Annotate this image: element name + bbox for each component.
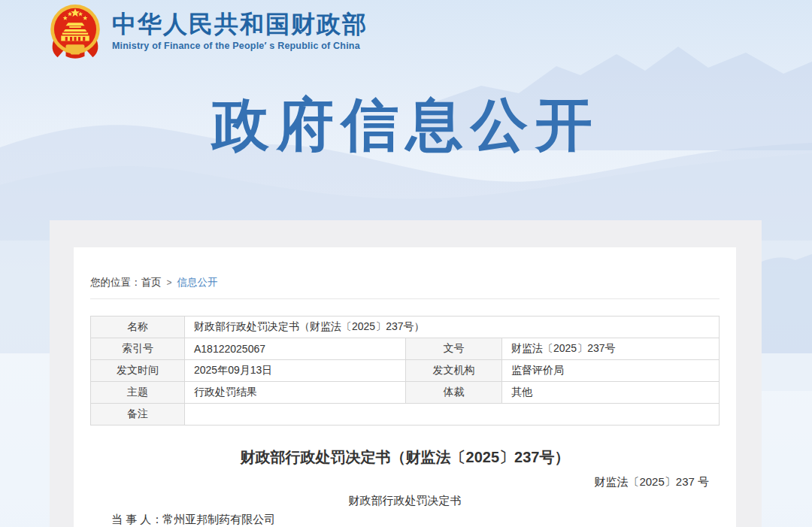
content-card: 您的位置：首页>信息公开 名称 财政部行政处罚决定书（财监法〔2025〕237号… <box>74 247 736 527</box>
meta-label: 发文机构 <box>406 360 502 382</box>
meta-value: 监督评价局 <box>502 360 720 382</box>
meta-value: 行政处罚结果 <box>185 382 406 404</box>
table-row: 名称 财政部行政处罚决定书（财监法〔2025〕237号） <box>91 317 720 338</box>
breadcrumb-current-link[interactable]: 信息公开 <box>177 277 218 288</box>
org-name-block: 中华人民共和国财政部 Ministry of Finance of the Pe… <box>112 11 368 51</box>
meta-value <box>185 404 720 426</box>
table-row: 发文时间 2025年09月13日 发文机构 监督评价局 <box>91 360 720 382</box>
document-subtitle: 财政部行政处罚决定书 <box>90 493 720 508</box>
breadcrumb-separator: > <box>167 277 172 288</box>
meta-label: 主题 <box>91 382 185 404</box>
content-panel: 您的位置：首页>信息公开 名称 财政部行政处罚决定书（财监法〔2025〕237号… <box>50 220 762 527</box>
breadcrumb-home-link[interactable]: 首页 <box>141 277 162 288</box>
document-meta-table: 名称 财政部行政处罚决定书（财监法〔2025〕237号） 索引号 A181220… <box>90 316 720 426</box>
org-name-english: Ministry of Finance of the People′ s Rep… <box>112 41 368 51</box>
org-name-chinese: 中华人民共和国财政部 <box>112 11 368 38</box>
document-number: 财监法〔2025〕237 号 <box>90 474 709 489</box>
table-row: 主题 行政处罚结果 体裁 其他 <box>91 382 720 404</box>
meta-label: 发文时间 <box>91 360 185 382</box>
table-row: 备注 <box>91 404 720 426</box>
national-emblem-icon <box>45 2 105 61</box>
meta-value: A18122025067 <box>185 338 406 360</box>
meta-label: 体裁 <box>406 382 502 404</box>
meta-value: 财监法〔2025〕237号 <box>502 338 720 360</box>
meta-label: 文号 <box>406 338 502 360</box>
breadcrumb-prefix: 您的位置： <box>90 277 141 288</box>
table-row: 索引号 A18122025067 文号 财监法〔2025〕237号 <box>91 338 720 360</box>
meta-label: 索引号 <box>91 338 185 360</box>
document-body: 财政部行政处罚决定书（财监法〔2025〕237号） 财监法〔2025〕237 号… <box>90 447 720 527</box>
site-header[interactable]: 中华人民共和国财政部 Ministry of Finance of the Pe… <box>45 2 368 61</box>
meta-value: 2025年09月13日 <box>185 360 406 382</box>
meta-value: 其他 <box>502 382 720 404</box>
meta-label: 名称 <box>91 317 185 338</box>
document-title: 财政部行政处罚决定书（财监法〔2025〕237号） <box>90 447 720 467</box>
page-title: 政府信息公开 <box>0 92 812 157</box>
meta-label: 备注 <box>91 404 185 426</box>
meta-value: 财政部行政处罚决定书（财监法〔2025〕237号） <box>185 317 720 338</box>
breadcrumb: 您的位置：首页>信息公开 <box>90 247 720 299</box>
party-line: 当 事 人：常州亚邦制药有限公司 <box>111 512 720 527</box>
